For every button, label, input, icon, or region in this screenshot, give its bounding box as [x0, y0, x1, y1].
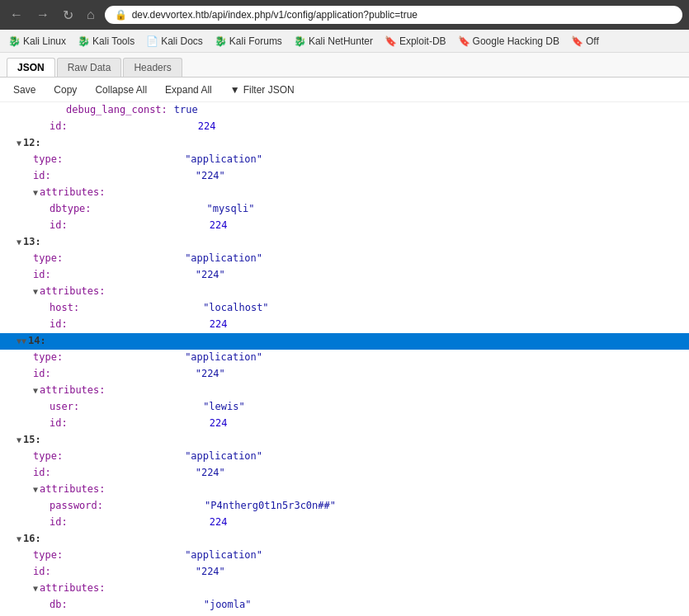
entry-12-id-value: "224" — [196, 168, 225, 184]
entry-12-toggle[interactable] — [17, 137, 21, 150]
home-button[interactable]: ⌂ — [83, 6, 98, 24]
google-hacking-icon: 🔖 — [458, 35, 470, 47]
entry-14-id-value: "224" — [196, 366, 225, 382]
entry-14-type: type: "application" — [0, 350, 689, 366]
bookmark-kali-tools-label: Kali Tools — [92, 35, 134, 47]
kali-forums-icon: 🐉 — [215, 35, 227, 47]
entry-12-attributes-header[interactable]: attributes: — [0, 185, 689, 201]
entry-15-password-value: "P4ntherg0t1n5r3c0n##" — [205, 498, 336, 514]
entry-16-id-value: "224" — [196, 564, 225, 580]
bookmark-exploit-db[interactable]: 🔖 Exploit-DB — [380, 34, 451, 49]
entry-13-attributes-header[interactable]: attributes: — [0, 284, 689, 300]
entry-16-db: db: "joomla" — [0, 597, 689, 614]
entry-12-attr-id: id: 224 — [0, 218, 689, 234]
back-button[interactable]: ← — [7, 6, 26, 24]
bookmark-kali-linux-label: Kali Linux — [23, 35, 66, 47]
entry-12-type: type: "application" — [0, 152, 689, 168]
tab-json[interactable]: JSON — [7, 58, 55, 77]
lock-icon: 🔒 — [115, 9, 127, 21]
entry-14-attr-id-value: 224 — [210, 416, 228, 431]
entry-14-type-value: "application" — [185, 350, 262, 365]
bookmarks-bar: 🐉 Kali Linux 🐉 Kali Tools 📄 Kali Docs 🐉 … — [0, 30, 689, 53]
tab-raw-data[interactable]: Raw Data — [57, 58, 122, 77]
entry-16-header[interactable]: 16: — [0, 531, 689, 548]
save-button[interactable]: Save — [7, 82, 42, 97]
entry-15-attr-id-value: 224 — [210, 515, 228, 530]
entry-12-attr-id-value: 224 — [210, 218, 228, 233]
filter-json-button[interactable]: ▼ Filter JSON — [224, 82, 301, 97]
entry-13-attributes-toggle[interactable] — [33, 285, 38, 299]
entry-13-host: host: "localhost" — [0, 300, 689, 317]
browser-chrome: ← → ↻ ⌂ 🔒 dev.devvortex.htb/api/index.ph… — [0, 0, 689, 30]
bookmark-kali-nethunter[interactable]: 🐉 Kali NetHunter — [289, 34, 378, 49]
entry-15-header[interactable]: 15: — [0, 432, 689, 449]
entry-15-attributes-header[interactable]: attributes: — [0, 482, 689, 498]
debug-lang-const-line: debug_lang_const: true — [0, 102, 689, 119]
entry-14-toggle[interactable]: ▼ — [17, 335, 26, 348]
entry-13-attr-id-value: 224 — [210, 317, 228, 332]
bookmark-kali-forums[interactable]: 🐉 Kali Forums — [210, 34, 287, 49]
entry-15-type: type: "application" — [0, 449, 689, 465]
entry-13-host-value: "localhost" — [203, 300, 268, 316]
collapse-all-button[interactable]: Collapse All — [88, 82, 153, 97]
entry-15-id: id: "224" — [0, 465, 689, 482]
address-bar[interactable]: 🔒 dev.devvortex.htb/api/index.php/v1/con… — [105, 6, 682, 24]
entry-14-id: id: "224" — [0, 366, 689, 383]
forward-button[interactable]: → — [33, 6, 53, 24]
expand-all-button[interactable]: Expand All — [158, 82, 219, 97]
entry-16-db-value: "joomla" — [204, 597, 252, 613]
bookmark-google-hacking-label: Google Hacking DB — [473, 35, 559, 47]
entry-16-attributes-header[interactable]: attributes: — [0, 581, 689, 597]
entry-12-header[interactable]: 12: — [0, 135, 689, 152]
reload-button[interactable]: ↻ — [59, 6, 77, 25]
bookmark-kali-linux[interactable]: 🐉 Kali Linux — [3, 34, 71, 49]
debug-lang-const-value: true — [174, 102, 198, 118]
bookmark-kali-forums-label: Kali Forums — [229, 35, 282, 47]
entry-16-type: type: "application" — [0, 548, 689, 564]
entry-16-attributes-toggle[interactable] — [33, 582, 38, 595]
bookmark-kali-docs-label: Kali Docs — [161, 35, 203, 47]
entry-13-attr-id: id: 224 — [0, 317, 689, 333]
bookmark-exploit-db-label: Exploit-DB — [399, 35, 446, 47]
entry-16-type-value: "application" — [185, 548, 262, 563]
entry-13-toggle[interactable] — [17, 236, 21, 249]
entry-16-toggle[interactable] — [17, 533, 21, 546]
entry-12-id: id: "224" — [0, 168, 689, 185]
bookmark-google-hacking[interactable]: 🔖 Google Hacking DB — [453, 34, 564, 49]
entry-12-type-value: "application" — [185, 152, 262, 167]
entry-14-attributes-toggle[interactable] — [33, 384, 38, 397]
entry-13-id: id: "224" — [0, 267, 689, 284]
entry-13-header[interactable]: 13: — [0, 234, 689, 251]
tab-headers[interactable]: Headers — [123, 58, 182, 77]
url-text: dev.devvortex.htb/api/index.php/v1/confi… — [132, 9, 672, 21]
kali-docs-icon: 📄 — [146, 35, 158, 47]
entry-12-attributes-toggle[interactable] — [33, 186, 38, 200]
entry-15-type-value: "application" — [185, 449, 262, 464]
entry-12-num: 12: — [23, 135, 41, 151]
entry-15-toggle[interactable] — [17, 434, 21, 447]
entry-12-dbtype: dbtype: "mysqli" — [0, 201, 689, 218]
filter-icon: ▼ — [230, 84, 240, 96]
entry-14-attr-id: id: 224 — [0, 416, 689, 432]
entry-15-password: password: "P4ntherg0t1n5r3c0n##" — [0, 498, 689, 515]
entry-16-id: id: "224" — [0, 564, 689, 581]
entry-14-user: user: "lewis" — [0, 399, 689, 416]
entry-14-user-value: "lewis" — [203, 399, 245, 415]
entry-14-attributes-header[interactable]: attributes: — [0, 383, 689, 399]
bookmark-kali-docs[interactable]: 📄 Kali Docs — [141, 34, 208, 49]
bookmark-kali-tools[interactable]: 🐉 Kali Tools — [73, 34, 139, 49]
entry-15-attributes-toggle[interactable] — [33, 483, 38, 496]
exploit-db-icon: 🔖 — [385, 35, 397, 47]
top-id-value: 224 — [198, 119, 216, 134]
copy-button[interactable]: Copy — [47, 82, 83, 97]
kali-tools-icon: 🐉 — [78, 35, 90, 47]
top-id-line: id: 224 — [0, 119, 689, 135]
entry-14-header[interactable]: ▼ 14: — [0, 333, 689, 350]
entry-12-dbtype-value: "mysqli" — [207, 201, 255, 217]
entry-15-num: 15: — [23, 432, 41, 448]
entry-14-num: 14: — [28, 333, 46, 349]
bookmark-off-label: Off — [586, 35, 599, 47]
json-viewer[interactable]: debug_lang_const: true id: 224 12: type:… — [0, 102, 689, 616]
bookmark-off[interactable]: 🔖 Off — [566, 34, 604, 49]
entry-13-id-value: "224" — [196, 267, 225, 283]
